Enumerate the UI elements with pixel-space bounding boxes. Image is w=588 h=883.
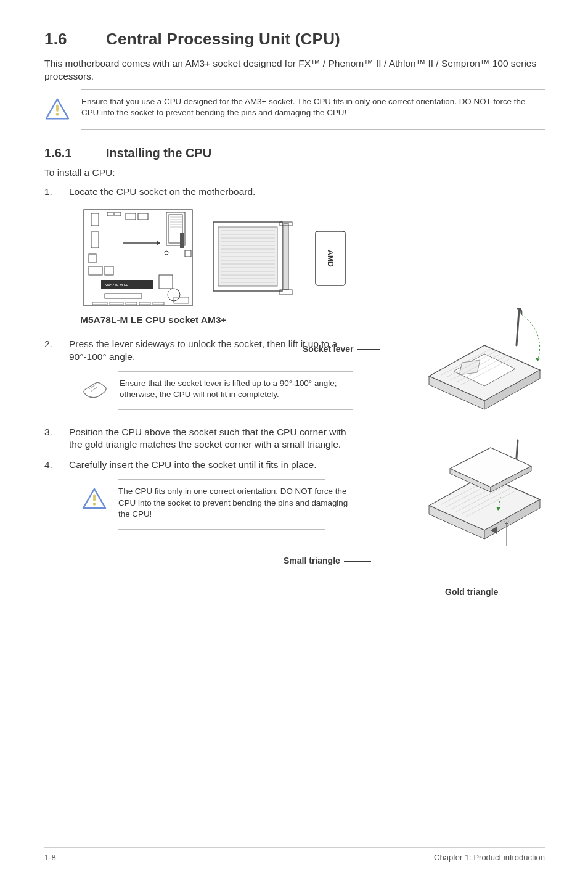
svg-rect-0: [56, 104, 59, 111]
small-triangle-label: Small triangle: [284, 556, 371, 565]
warning-box-1: Ensure that you use a CPU designed for t…: [44, 90, 545, 129]
step-1: 1. Locate the CPU socket on the motherbo…: [44, 186, 545, 199]
subsection-heading: 1.6.1Installing the CPU: [44, 146, 545, 160]
divider: [81, 129, 545, 130]
svg-point-56: [93, 503, 96, 506]
subsection-number: 1.6.1: [44, 146, 106, 160]
warning-icon: [44, 96, 70, 121]
svg-rect-28: [110, 302, 123, 305]
svg-rect-51: [284, 223, 288, 290]
step-number: 1.: [44, 186, 69, 199]
svg-rect-18: [105, 266, 113, 275]
warning-text-1: Ensure that you use a CPU designed for t…: [81, 96, 545, 119]
figure-motherboard: M5A78L-M LE AMD: [80, 206, 545, 311]
svg-rect-57: [459, 360, 480, 375]
socket-closeup-diagram: [208, 218, 301, 298]
svg-rect-29: [126, 302, 137, 305]
svg-rect-4: [107, 212, 113, 216]
svg-point-1: [56, 113, 59, 116]
svg-rect-55: [93, 495, 96, 501]
svg-rect-3: [91, 213, 99, 226]
svg-rect-30: [139, 302, 150, 305]
svg-rect-7: [138, 213, 148, 220]
step-text: Position the CPU above the socket such t…: [69, 426, 360, 452]
svg-text:M5A78L-M LE: M5A78L-M LE: [105, 283, 128, 287]
cpu-chip-diagram: AMD: [312, 228, 349, 289]
socket-lever-label: Socket lever: [303, 344, 380, 354]
chip-brand-label: AMD: [326, 250, 335, 267]
socket-3d-diagrams: [398, 308, 556, 573]
svg-rect-31: [153, 302, 164, 305]
svg-rect-27: [92, 302, 107, 305]
svg-rect-53: [280, 290, 292, 295]
svg-rect-6: [126, 213, 136, 220]
svg-rect-21: [105, 294, 142, 298]
svg-rect-16: [89, 254, 96, 263]
svg-rect-2: [84, 210, 192, 306]
step-number: 3.: [44, 426, 69, 452]
subsection-title: Installing the CPU: [106, 146, 211, 160]
section-title: Central Processing Unit (CPU): [106, 30, 340, 48]
svg-rect-5: [115, 212, 121, 216]
step-text: Carefully insert the CPU into the socket…: [69, 459, 360, 472]
svg-point-24: [165, 251, 168, 255]
step-number: 4.: [44, 459, 69, 472]
intro-paragraph: This motherboard comes with an AM3+ sock…: [44, 57, 545, 83]
divider: [118, 529, 325, 530]
step-number: 2.: [44, 338, 69, 364]
step-text: Locate the CPU socket on the motherboard…: [69, 186, 545, 199]
svg-rect-22: [159, 275, 173, 289]
warning-icon: [81, 486, 107, 511]
svg-rect-17: [89, 266, 102, 275]
hand-icon: [81, 378, 108, 399]
sub-intro: To install a CPU:: [44, 166, 545, 179]
svg-rect-33: [180, 233, 184, 248]
section-heading: 1.6Central Processing Unit (CPU): [44, 30, 545, 49]
svg-rect-15: [91, 232, 99, 248]
gold-triangle-label: Gold triangle: [445, 587, 498, 597]
svg-rect-25: [185, 250, 191, 257]
page-number: 1-8: [44, 853, 56, 862]
chapter-label: Chapter 1: Product introduction: [434, 853, 545, 862]
page-footer: 1-8 Chapter 1: Product introduction: [44, 847, 545, 862]
motherboard-diagram: M5A78L-M LE: [80, 206, 197, 311]
section-number: 1.6: [44, 30, 106, 49]
